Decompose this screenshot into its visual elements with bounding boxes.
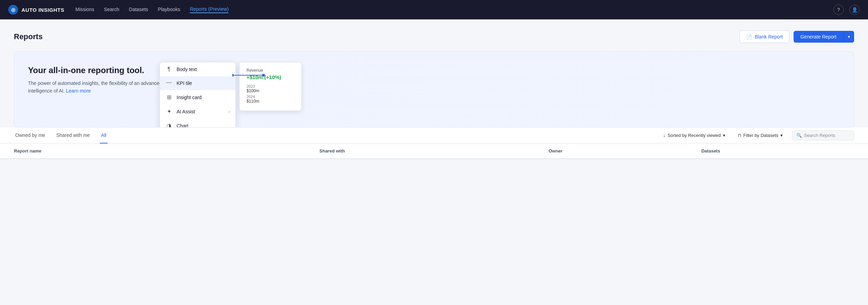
- nav-right: ? 👤: [833, 5, 860, 15]
- filter-label: Filter by Datasets: [743, 133, 778, 138]
- dropdown-label-chart: Chart: [177, 123, 230, 128]
- ai-assist-icon: ✦: [165, 108, 172, 115]
- sort-button[interactable]: ↓ Sorted by Recently viewed ▾: [660, 131, 728, 140]
- kpi-tile-icon: 〰: [165, 80, 172, 86]
- ai-assist-arrow-icon: ›: [229, 109, 230, 114]
- col-owner: Owner: [548, 148, 701, 154]
- dropdown-label-kpi-tile: KPI tile: [177, 80, 230, 86]
- tab-all[interactable]: All: [100, 128, 108, 143]
- blank-report-button[interactable]: 📄 Blank Report: [740, 31, 789, 43]
- nav-reports[interactable]: Reports (Preview): [190, 6, 229, 13]
- search-reports-box[interactable]: 🔍 Search Reports: [792, 130, 854, 140]
- brand: ◎ AUTO INSIGHTS: [8, 5, 64, 15]
- header-actions: 📄 Blank Report Generate Report ▾: [740, 31, 854, 43]
- kpi-year-2023: 2023 $100m: [247, 84, 294, 93]
- filter-icon: ⊓: [738, 133, 741, 138]
- main-content: Reports 📄 Blank Report Generate Report ▾…: [0, 19, 868, 128]
- table-header: Report name Shared with Owner Datasets: [0, 143, 868, 159]
- blank-report-icon: 📄: [746, 34, 752, 40]
- search-icon: 🔍: [796, 133, 802, 138]
- dropdown-menu: ¶ Body text 〰 KPI tile ⊞ Insight card ✦ …: [160, 62, 236, 128]
- navbar: ◎ AUTO INSIGHTS Missions Search Datasets…: [0, 0, 868, 19]
- reports-header: Reports 📄 Blank Report Generate Report ▾: [14, 31, 854, 43]
- tabs-left: Owned by me Shared with me All: [14, 128, 108, 143]
- tabs-bar: Owned by me Shared with me All ↓ Sorted …: [0, 128, 868, 143]
- col-datasets: Datasets: [701, 148, 854, 154]
- dropdown-label-ai-assist: AI Assist: [177, 109, 224, 114]
- filter-button[interactable]: ⊓ Filter by Datasets ▾: [734, 131, 786, 140]
- tabs-right: ↓ Sorted by Recently viewed ▾ ⊓ Filter b…: [660, 130, 854, 140]
- sort-label: Sorted by Recently viewed: [668, 133, 721, 138]
- filter-chevron-icon: ▾: [780, 133, 783, 138]
- tab-shared-with-me[interactable]: Shared with me: [55, 128, 91, 143]
- table-divider: [0, 159, 868, 159]
- generate-report-dropdown-button[interactable]: ▾: [843, 31, 854, 43]
- dropdown-item-kpi-tile[interactable]: 〰 KPI tile: [160, 76, 235, 90]
- dropdown-item-chart[interactable]: ◑ Chart: [160, 119, 235, 128]
- dropdown-label-body-text: Body text: [177, 67, 230, 72]
- brand-icon: ◎: [8, 5, 18, 15]
- svg-point-1: [232, 74, 234, 77]
- body-text-icon: ¶: [165, 66, 172, 72]
- page-title: Reports: [14, 32, 43, 41]
- nav-playbooks[interactable]: Playbooks: [158, 7, 180, 13]
- insight-card-icon: ⊞: [165, 94, 172, 101]
- nav-missions[interactable]: Missions: [75, 7, 94, 13]
- hero-learn-more-link[interactable]: Learn more: [66, 88, 91, 94]
- dropdown-item-body-text[interactable]: ¶ Body text: [160, 62, 235, 76]
- brand-name: AUTO INSIGHTS: [21, 7, 64, 13]
- kpi-connector-line: [232, 70, 267, 81]
- col-report-name: Report name: [14, 148, 320, 154]
- generate-report-button[interactable]: Generate Report: [794, 31, 843, 43]
- user-icon-button[interactable]: 👤: [849, 5, 860, 15]
- nav-links: Missions Search Datasets Playbooks Repor…: [75, 6, 822, 13]
- col-shared-with: Shared with: [320, 148, 549, 154]
- help-icon-button[interactable]: ?: [833, 5, 844, 15]
- nav-datasets[interactable]: Datasets: [129, 7, 148, 13]
- sort-down-icon: ↓: [663, 133, 665, 138]
- hero-section: Your all-in-one reporting tool. The powe…: [14, 51, 854, 128]
- dropdown-label-insight-card: Insight card: [177, 95, 230, 100]
- kpi-card: Revenue +$10m (+10%) 2023 $100m 2024 $11…: [239, 62, 302, 111]
- search-placeholder: Search Reports: [804, 133, 835, 138]
- generate-report-group: Generate Report ▾: [794, 31, 854, 43]
- svg-point-2: [262, 74, 265, 77]
- chart-icon: ◑: [165, 122, 172, 128]
- dropdown-item-insight-card[interactable]: ⊞ Insight card: [160, 90, 235, 104]
- kpi-year-2024: 2024 $110m: [247, 95, 294, 104]
- tab-owned-by-me[interactable]: Owned by me: [14, 128, 46, 143]
- sort-chevron-icon: ▾: [723, 133, 725, 138]
- dropdown-item-ai-assist[interactable]: ✦ AI Assist ›: [160, 104, 235, 119]
- tabs-container: Owned by me Shared with me All ↓ Sorted …: [0, 128, 868, 159]
- nav-search[interactable]: Search: [104, 7, 119, 13]
- blank-report-label: Blank Report: [755, 34, 783, 40]
